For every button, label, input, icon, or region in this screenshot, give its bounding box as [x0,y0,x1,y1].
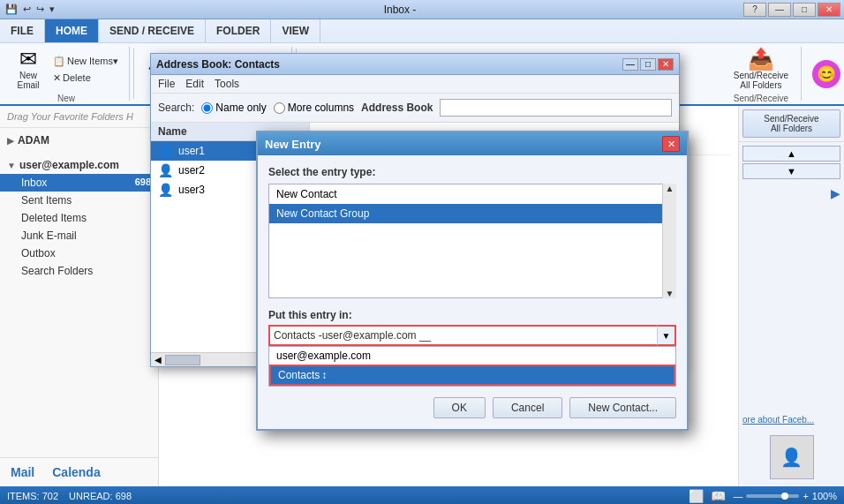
addr-close-btn[interactable]: ✕ [658,58,674,71]
radio-more-cols-input[interactable] [274,102,285,114]
radio-name-only-label: Name only [215,102,266,114]
new-contact-button[interactable]: New Contact... [569,397,676,418]
entry-type-list-container: New Contact New Contact Group ▲ ▼ [268,184,676,298]
addr-window-controls: — □ ✕ [622,58,674,71]
put-in-dropdown-value: Contacts -user@example.com __ [274,329,431,342]
entry-scroll-down[interactable]: ▼ [666,289,674,298]
put-in-dropdown-arrow[interactable]: ▼ [657,325,676,346]
addr-menubar: File Edit Tools [151,75,679,94]
new-entry-title-bar: New Entry ✕ [258,132,687,155]
put-in-option-email[interactable]: user@example.com [269,347,675,365]
radio-name-only-input[interactable] [201,102,213,114]
addr-dialog-title: Address Book: Contacts [156,58,280,71]
new-entry-body: Select the entry type: New Contact New C… [258,155,687,429]
put-in-dropdown-area: Contacts -user@example.com __ ▼ [268,325,676,346]
addr-max-btn[interactable]: □ [640,58,656,71]
entry-scroll-up[interactable]: ▲ [666,184,674,193]
dialog-overlay: Address Book: Contacts — □ ✕ File Edit T… [0,0,844,504]
addr-radio-name-only[interactable]: Name only [201,102,266,114]
select-type-label: Select the entry type: [268,166,676,178]
put-in-contacts-label: Contacts↕ [278,369,327,381]
new-entry-close-btn[interactable]: ✕ [662,136,680,152]
cursor: ↕ [321,369,327,381]
entry-type-list: New Contact New Contact Group [268,184,676,298]
entry-type-scrollbar: ▲ ▼ [662,184,676,298]
put-in-option-contacts[interactable]: Contacts↕ [269,365,675,386]
ok-button[interactable]: OK [433,397,486,418]
entry-type-new-contact[interactable]: New Contact [269,184,675,204]
contact-icon-2: 👤 [158,163,173,177]
new-entry-dialog: New Entry ✕ Select the entry type: New C… [256,131,689,431]
addr-menu-tools[interactable]: Tools [215,78,239,90]
addr-hscroll-thumb[interactable] [165,355,200,365]
contact-icon-3: 👤 [158,183,173,197]
put-in-section: Put this entry in: Contacts -user@exampl… [268,309,676,387]
addr-search-label: Search: [158,102,194,114]
contact-name-3: user3 [178,184,205,196]
addr-radio-more-cols[interactable]: More columns [274,102,354,114]
put-in-label: Put this entry in: [268,309,676,321]
addr-title-bar: Address Book: Contacts — □ ✕ [151,54,679,75]
addr-hscroll-left[interactable]: ◀ [151,355,165,365]
new-entry-title: New Entry [265,138,321,151]
put-in-options: user@example.com Contacts↕ [268,346,676,387]
addr-menu-edit[interactable]: Edit [185,78,204,90]
contact-name-2: user2 [178,164,205,177]
contact-name-1: user1 [178,145,205,157]
addr-search-input[interactable] [440,99,672,117]
contact-icon-1: 👤 [158,144,173,158]
new-entry-buttons: OK Cancel New Contact... [268,397,676,418]
addr-search-bar: Search: Name only More columns Address B… [151,94,679,123]
put-in-dropdown[interactable]: Contacts -user@example.com __ [268,325,676,346]
radio-more-cols-label: More columns [288,102,354,114]
address-book-label: Address Book [361,102,433,114]
put-in-email-label: user@example.com [276,350,371,362]
addr-menu-file[interactable]: File [158,78,175,90]
cancel-button[interactable]: Cancel [493,397,562,418]
addr-min-btn[interactable]: — [622,58,638,71]
entry-type-new-contact-group[interactable]: New Contact Group [269,204,675,223]
